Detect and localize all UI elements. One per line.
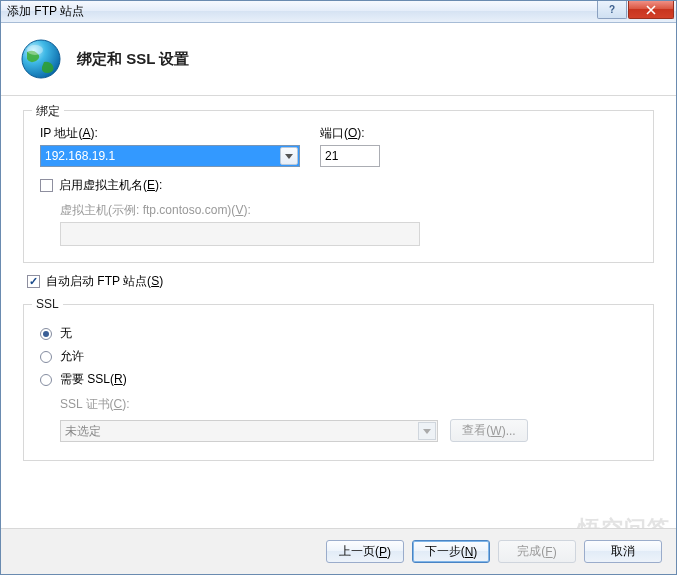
ip-dropdown-arrow-icon[interactable] — [280, 147, 298, 165]
ssl-cert-label: SSL 证书(C): — [60, 397, 130, 411]
ssl-group: SSL 无 允许 需要 SSL(R) SSL 证书(C): — [23, 304, 654, 461]
port-label: 端口(O): — [320, 125, 380, 142]
titlebar-buttons: ? — [596, 1, 674, 19]
ip-address-label: IP 地址(A): — [40, 125, 300, 142]
ssl-allow-radio[interactable] — [40, 351, 52, 363]
autostart-label: 自动启动 FTP 站点(S) — [46, 273, 163, 290]
wizard-footer: 上一页(P) 下一步(N) 完成(F) 取消 — [1, 528, 676, 574]
autostart-checkbox[interactable] — [27, 275, 40, 288]
wizard-header: 绑定和 SSL 设置 — [1, 23, 676, 96]
page-title: 绑定和 SSL 设置 — [77, 50, 189, 69]
ssl-require-radio[interactable] — [40, 374, 52, 386]
svg-text:?: ? — [609, 5, 615, 15]
enable-virtual-host-row[interactable]: 启用虚拟主机名(E): — [40, 177, 637, 194]
wizard-window: 添加 FTP 站点 ? — [0, 0, 677, 575]
cancel-button[interactable]: 取消 — [584, 540, 662, 563]
ssl-require-label: 需要 SSL(R) — [60, 371, 127, 388]
titlebar[interactable]: 添加 FTP 站点 ? — [1, 1, 676, 23]
ssl-none-row[interactable]: 无 — [40, 325, 637, 342]
ssl-none-label: 无 — [60, 325, 72, 342]
binding-group: 绑定 IP 地址(A): 端口(O): 启用虚拟主机名( — [23, 110, 654, 263]
ip-address-input[interactable] — [40, 145, 300, 167]
binding-legend: 绑定 — [32, 103, 64, 120]
ssl-cert-dropdown-arrow-icon — [418, 422, 436, 440]
finish-button: 完成(F) — [498, 540, 576, 563]
ssl-allow-row[interactable]: 允许 — [40, 348, 637, 365]
enable-virtual-host-label: 启用虚拟主机名(E): — [59, 177, 162, 194]
ssl-allow-label: 允许 — [60, 348, 84, 365]
prev-button[interactable]: 上一页(P) — [326, 540, 404, 563]
ssl-legend: SSL — [32, 297, 63, 311]
close-icon — [646, 5, 656, 15]
ssl-require-row[interactable]: 需要 SSL(R) — [40, 371, 637, 388]
next-button[interactable]: 下一步(N) — [412, 540, 490, 563]
autostart-row[interactable]: 自动启动 FTP 站点(S) — [27, 273, 654, 290]
help-icon: ? — [607, 5, 617, 15]
enable-virtual-host-checkbox[interactable] — [40, 179, 53, 192]
window-title: 添加 FTP 站点 — [7, 3, 84, 20]
ip-address-combo[interactable] — [40, 145, 300, 167]
svg-point-2 — [27, 45, 43, 55]
virtual-host-input — [60, 222, 420, 246]
close-button[interactable] — [628, 1, 674, 19]
globe-icon — [19, 37, 63, 81]
virtual-host-label: 虚拟主机(示例: ftp.contoso.com)(V): — [60, 203, 251, 217]
view-cert-button: 查看(W)... — [450, 419, 528, 442]
help-button[interactable]: ? — [597, 1, 627, 19]
port-input[interactable] — [320, 145, 380, 167]
ssl-none-radio[interactable] — [40, 328, 52, 340]
ssl-cert-combo — [60, 420, 438, 442]
ssl-cert-input — [60, 420, 438, 442]
